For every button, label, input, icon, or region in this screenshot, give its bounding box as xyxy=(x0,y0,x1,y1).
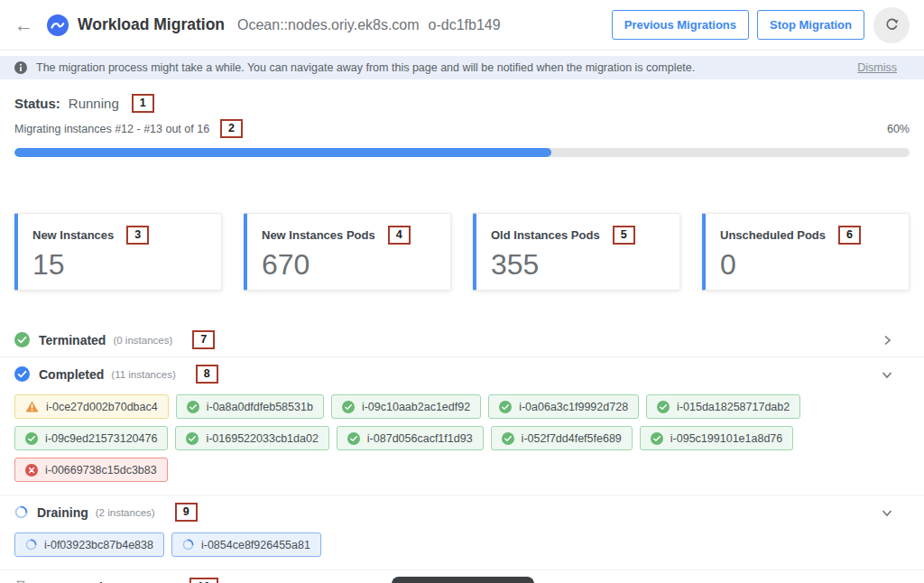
banner-text: The migration process might take a while… xyxy=(36,61,695,74)
card-label: Old Instances Pods xyxy=(491,228,600,242)
instance-sections: Terminated (0 instances) 7 Completed (11… xyxy=(0,323,924,583)
instance-chip[interactable]: i-0f03923bc87b4e838 xyxy=(14,532,164,557)
check-circle-green-icon xyxy=(499,401,512,413)
annotation-6: 6 xyxy=(838,226,861,245)
instance-id: i-09c9ed21573120476 xyxy=(45,432,157,445)
breadcrumb: Ocean::nodes.oriy.ek8s.como-dc1fb149 xyxy=(237,17,501,33)
workload-migration-page: { "header": { "title": "Workload Migrati… xyxy=(0,0,924,583)
instance-id: i-0854ce8f926455a81 xyxy=(201,539,310,551)
instance-chip[interactable]: i-087d056cacf1f1d93 xyxy=(337,426,484,450)
annotation-10: 10 xyxy=(189,578,218,583)
warning-triangle-icon xyxy=(25,401,39,412)
card-value: 0 xyxy=(720,250,894,279)
instance-id: i-0f03923bc87b4e838 xyxy=(44,539,153,551)
card-label: Unscheduled Pods xyxy=(720,228,826,242)
refresh-icon xyxy=(884,17,900,32)
progress-bar xyxy=(14,148,910,157)
cluster-name: Ocean::nodes.oriy.ek8s.com xyxy=(237,17,420,32)
section-completed-header[interactable]: Completed (11 instances) 8 xyxy=(0,357,924,391)
annotation-8: 8 xyxy=(196,365,218,384)
card-value: 355 xyxy=(491,250,665,279)
back-arrow-icon[interactable]: ← xyxy=(14,15,33,34)
section-draining-header[interactable]: Draining (2 instances) 9 xyxy=(0,495,924,529)
refresh-button[interactable] xyxy=(873,7,910,43)
section-count: (2 instances) xyxy=(96,507,155,518)
card-unscheduled-pods: Unscheduled Pods 6 0 xyxy=(702,213,910,291)
card-value: 15 xyxy=(32,250,207,279)
annotation-9: 9 xyxy=(175,503,198,522)
progress-bar-fill xyxy=(14,148,551,157)
card-value: 670 xyxy=(262,250,436,279)
spinner-icon xyxy=(14,505,28,519)
instance-chip[interactable]: i-0ce27d002b70dbac4 xyxy=(14,394,169,419)
check-circle-green-icon xyxy=(187,401,199,413)
check-circle-green-icon xyxy=(347,432,360,445)
page-title: Workload Migration xyxy=(78,15,225,34)
status-label: Status: xyxy=(14,96,60,111)
instance-id: i-0169522033cb1da02 xyxy=(206,432,318,445)
check-circle-green-icon xyxy=(186,432,199,445)
card-label: New Instances xyxy=(32,228,114,242)
check-circle-green-icon xyxy=(657,401,670,413)
status-section: Status: Running 1 Migrating instances #1… xyxy=(0,94,924,157)
check-circle-green-icon xyxy=(14,332,30,347)
section-label: Terminated xyxy=(39,333,106,347)
check-circle-blue-icon xyxy=(14,366,30,382)
section-label: Completed xyxy=(39,367,104,382)
migrating-progress-text: Migrating instances #12 - #13 out of 16 xyxy=(14,123,209,135)
instance-id: i-0a06a3c1f9992d728 xyxy=(519,401,628,413)
chevron-down-icon[interactable] xyxy=(881,506,893,519)
instance-chip[interactable]: i-0a06a3c1f9992d728 xyxy=(488,394,639,419)
spinner-icon xyxy=(25,539,37,551)
section-terminated: Terminated (0 instances) 7 xyxy=(0,323,924,357)
check-circle-green-icon xyxy=(502,432,514,445)
annotation-5: 5 xyxy=(613,226,635,245)
card-old-instances-pods: Old Instances Pods 5 355 xyxy=(473,213,680,291)
annotation-3: 3 xyxy=(126,226,149,245)
ocean-logo-icon xyxy=(47,14,69,36)
annotation-7: 7 xyxy=(192,330,215,349)
instance-chip[interactable]: i-0854ce8f926455a81 xyxy=(171,532,321,557)
instance-chip[interactable]: i-0169522033cb1da02 xyxy=(175,426,328,450)
instance-id: i-09c10aab2ac1edf92 xyxy=(362,401,470,413)
check-circle-green-icon xyxy=(651,432,663,445)
instance-chip[interactable]: i-015da18258717dab2 xyxy=(646,394,800,419)
error-circle-icon xyxy=(25,464,38,477)
section-label: Not started xyxy=(36,580,103,583)
instance-id: i-087d056cacf1f1d93 xyxy=(367,432,473,445)
annotation-1: 1 xyxy=(132,94,154,113)
summary-cards: New Instances 3 15 New Instances Pods 4 … xyxy=(0,213,924,291)
previous-migrations-button[interactable]: Previous Migrations xyxy=(612,10,749,40)
bottom-partial-overlay xyxy=(392,577,534,583)
section-terminated-header[interactable]: Terminated (0 instances) 7 xyxy=(0,323,924,356)
info-banner: The migration process might take a while… xyxy=(0,56,924,79)
info-icon xyxy=(14,61,27,74)
chevron-down-icon[interactable] xyxy=(881,368,893,381)
check-circle-green-icon xyxy=(25,432,38,445)
instance-chip[interactable]: i-0a8a0dfdfeb58531b xyxy=(176,394,324,419)
section-completed: Completed (11 instances) 8 i-0ce27d002b7… xyxy=(0,357,924,495)
chevron-right-icon[interactable] xyxy=(881,334,893,347)
completed-instance-list: i-0ce27d002b70dbac4 i-0a8a0dfdfeb58531b … xyxy=(0,391,924,495)
draining-instance-list: i-0f03923bc87b4e838 i-0854ce8f926455a81 xyxy=(0,529,924,569)
card-new-instances: New Instances 3 15 xyxy=(14,213,222,291)
header: ← Workload Migration Ocean::nodes.oriy.e… xyxy=(0,0,924,51)
section-count: (11 instances) xyxy=(111,369,175,380)
annotation-4: 4 xyxy=(388,226,411,245)
spinner-icon xyxy=(182,539,194,551)
instance-chip[interactable]: i-095c199101e1a8d76 xyxy=(640,426,793,450)
status-value: Running xyxy=(69,96,119,111)
instance-chip[interactable]: i-09c9ed21573120476 xyxy=(14,426,168,450)
section-count: (0 instances) xyxy=(113,335,172,346)
resource-id: o-dc1fb149 xyxy=(429,17,501,32)
instance-id: i-015da18258717dab2 xyxy=(677,401,790,413)
dismiss-link[interactable]: Dismiss xyxy=(857,61,897,74)
instance-chip[interactable]: i-00669738c15dc3b83 xyxy=(14,458,168,482)
instance-id: i-0a8a0dfdfeb58531b xyxy=(207,401,313,413)
check-circle-green-icon xyxy=(342,401,355,413)
card-new-instances-pods: New Instances Pods 4 670 xyxy=(244,213,451,291)
stop-migration-button[interactable]: Stop Migration xyxy=(757,10,864,40)
instance-chip[interactable]: i-09c10aab2ac1edf92 xyxy=(331,394,481,419)
instance-chip[interactable]: i-052f7dd4fef5fe689 xyxy=(491,426,633,450)
section-label: Draining xyxy=(37,505,88,520)
